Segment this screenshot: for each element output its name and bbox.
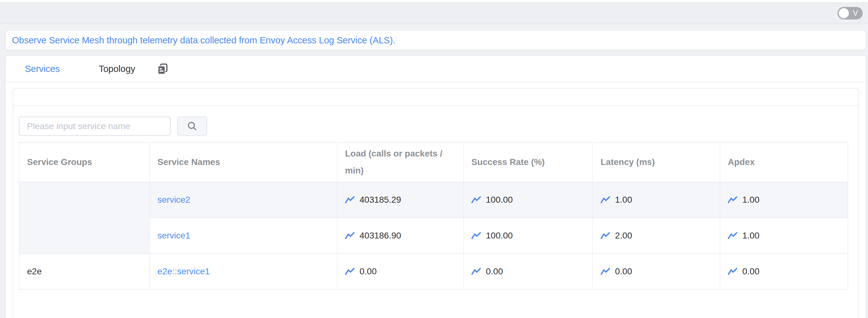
trend-line-icon bbox=[728, 267, 737, 276]
service-link[interactable]: e2e::service1 bbox=[157, 266, 210, 276]
search-button[interactable] bbox=[177, 117, 207, 136]
metric-success-rate-value: 100.00 bbox=[486, 231, 513, 241]
col-service-names: Service Names bbox=[150, 142, 337, 182]
metric-success-rate-cell: 100.00 bbox=[464, 218, 593, 254]
metric-apdex-cell: 0.00 bbox=[720, 254, 848, 289]
metric-latency-cell: 1.00 bbox=[593, 182, 720, 218]
panel-body: Service Groups Service Names Load (calls… bbox=[13, 106, 858, 290]
metric-latency-value: 2.00 bbox=[615, 231, 632, 241]
metric-load-cell: 0.00 bbox=[337, 254, 464, 289]
table-row: service2403185.29100.001.001.00 bbox=[19, 182, 848, 218]
toggle-label: V bbox=[853, 7, 858, 20]
notice-banner: Observe Service Mesh through telemetry d… bbox=[6, 31, 866, 50]
metric-apdex-cell: 1.00 bbox=[720, 218, 848, 254]
table-body: service2403185.29100.001.001.00service14… bbox=[19, 182, 848, 289]
group-cell bbox=[19, 182, 150, 254]
group-cell: e2e bbox=[19, 254, 150, 289]
trend-line-icon bbox=[471, 267, 481, 276]
metric-apdex-cell: 1.00 bbox=[720, 182, 848, 218]
col-apdex: Apdex bbox=[720, 142, 848, 182]
trend-line-icon bbox=[600, 195, 610, 204]
top-header-bar: V bbox=[0, 2, 868, 24]
search-input[interactable] bbox=[19, 117, 170, 136]
metric-success-rate-value: 0.00 bbox=[486, 266, 503, 277]
theme-toggle[interactable]: V bbox=[838, 7, 863, 20]
service-name-cell: service2 bbox=[150, 182, 337, 218]
col-latency: Latency (ms) bbox=[593, 142, 720, 182]
metric-success-rate-cell: 100.00 bbox=[464, 182, 593, 218]
services-table: Service Groups Service Names Load (calls… bbox=[19, 142, 848, 290]
service-link[interactable]: service1 bbox=[157, 231, 190, 241]
services-panel: Service Groups Service Names Load (calls… bbox=[12, 88, 859, 318]
col-success-rate: Success Rate (%) bbox=[464, 142, 593, 182]
trend-line-icon bbox=[600, 267, 610, 276]
metric-latency-value: 1.00 bbox=[615, 195, 632, 205]
metric-latency-value: 0.00 bbox=[615, 266, 632, 277]
tab-topology[interactable]: Topology bbox=[99, 64, 135, 74]
search-row bbox=[19, 117, 858, 136]
metric-latency-cell: 2.00 bbox=[593, 218, 720, 254]
metric-load-value: 403185.29 bbox=[360, 195, 401, 205]
notice-banner-text: Observe Service Mesh through telemetry d… bbox=[6, 31, 866, 50]
trend-line-icon bbox=[345, 231, 354, 241]
toggle-knob-icon bbox=[839, 8, 849, 18]
copy-document-icon[interactable] bbox=[157, 63, 168, 74]
tab-services[interactable]: Services bbox=[25, 64, 60, 74]
metric-load-value: 403186.90 bbox=[360, 231, 401, 241]
metric-load-cell: 403185.29 bbox=[337, 182, 464, 218]
trend-line-icon bbox=[728, 231, 737, 241]
col-load: Load (calls or packets / min) bbox=[337, 142, 464, 182]
service-link[interactable]: service2 bbox=[157, 195, 190, 204]
metric-load-cell: 403186.90 bbox=[337, 218, 464, 254]
trend-line-icon bbox=[471, 195, 481, 204]
tab-bar: Services Topology bbox=[6, 56, 866, 82]
trend-line-icon bbox=[345, 267, 354, 276]
panel-toolbar bbox=[13, 89, 858, 106]
service-name-cell: e2e::service1 bbox=[150, 254, 337, 289]
table-row: e2ee2e::service10.000.000.000.00 bbox=[19, 254, 848, 289]
metric-apdex-value: 0.00 bbox=[742, 266, 760, 277]
col-service-groups: Service Groups bbox=[19, 142, 150, 182]
table-header-row: Service Groups Service Names Load (calls… bbox=[19, 142, 848, 182]
metric-load-value: 0.00 bbox=[360, 266, 377, 277]
metric-success-rate-value: 100.00 bbox=[486, 195, 513, 205]
page-background: Observe Service Mesh through telemetry d… bbox=[0, 24, 868, 318]
trend-line-icon bbox=[600, 231, 610, 241]
trend-line-icon bbox=[728, 195, 737, 204]
metric-apdex-value: 1.00 bbox=[742, 195, 760, 205]
metric-success-rate-cell: 0.00 bbox=[464, 254, 593, 289]
main-card: Services Topology bbox=[6, 56, 866, 318]
metric-latency-cell: 0.00 bbox=[593, 254, 720, 289]
metric-apdex-value: 1.00 bbox=[742, 231, 760, 241]
trend-line-icon bbox=[345, 195, 354, 204]
search-icon bbox=[187, 121, 198, 132]
trend-line-icon bbox=[471, 231, 481, 241]
service-name-cell: service1 bbox=[150, 218, 337, 254]
